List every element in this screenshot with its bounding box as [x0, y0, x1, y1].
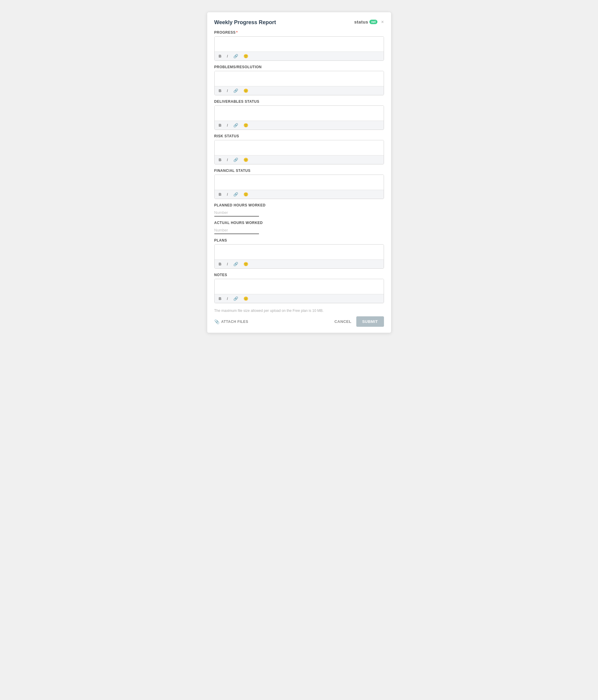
notes-italic-button[interactable]: I — [226, 296, 229, 301]
notes-input[interactable] — [215, 279, 384, 293]
deliverables-toolbar: B I 🔗 🙂 — [215, 121, 384, 130]
footer-right-actions: CANCEL SUBMIT — [334, 316, 384, 327]
progress-toolbar: B I 🔗 🙂 — [215, 52, 384, 60]
problems-editor-wrapper: B I 🔗 🙂 — [214, 71, 384, 95]
risk-label: RISK STATUS — [214, 134, 384, 138]
risk-link-button[interactable]: 🔗 — [232, 157, 239, 162]
notes-label: NOTES — [214, 273, 384, 277]
actual-hours-label: ACTUAL HOURS WORKED — [214, 221, 384, 225]
brand-badge: net — [369, 20, 378, 24]
financial-label: FINANCIAL STATUS — [214, 169, 384, 173]
problems-italic-button[interactable]: I — [226, 88, 229, 93]
attach-label: ATTACH FILES — [221, 320, 248, 324]
progress-italic-button[interactable]: I — [226, 54, 229, 59]
plans-italic-button[interactable]: I — [226, 261, 229, 267]
financial-toolbar: B I 🔗 🙂 — [215, 190, 384, 199]
footer-actions: 📎 ATTACH FILES CANCEL SUBMIT — [214, 316, 384, 327]
problems-toolbar: B I 🔗 🙂 — [215, 86, 384, 95]
risk-input[interactable] — [215, 140, 384, 154]
deliverables-editor-wrapper: B I 🔗 🙂 — [214, 105, 384, 130]
plans-section: PLANS B I 🔗 🙂 — [214, 238, 384, 269]
risk-toolbar: B I 🔗 🙂 — [215, 155, 384, 164]
risk-emoji-button[interactable]: 🙂 — [242, 157, 250, 162]
risk-section: RISK STATUS B I 🔗 🙂 — [214, 134, 384, 165]
progress-editor-wrapper: B I 🔗 🙂 — [214, 36, 384, 61]
financial-emoji-button[interactable]: 🙂 — [242, 192, 250, 197]
planned-hours-section: PLANNED HOURS WORKED — [214, 203, 384, 217]
notes-emoji-button[interactable]: 🙂 — [242, 296, 250, 301]
brand-logo: status net × — [354, 19, 384, 24]
submit-button[interactable]: SUBMIT — [356, 316, 384, 327]
notes-link-button[interactable]: 🔗 — [232, 296, 239, 301]
financial-link-button[interactable]: 🔗 — [232, 192, 239, 197]
plans-emoji-button[interactable]: 🙂 — [242, 261, 250, 267]
deliverables-link-button[interactable]: 🔗 — [232, 123, 239, 128]
actual-hours-section: ACTUAL HOURS WORKED — [214, 221, 384, 234]
deliverables-input[interactable] — [215, 106, 384, 120]
problems-bold-button[interactable]: B — [217, 88, 223, 93]
deliverables-label: DELIVERABLES STATUS — [214, 99, 384, 104]
modal-title-wrapper: Weekly Progress Report — [214, 19, 276, 26]
planned-hours-input[interactable] — [214, 209, 259, 217]
plans-label: PLANS — [214, 238, 384, 243]
financial-editor-wrapper: B I 🔗 🙂 — [214, 175, 384, 199]
problems-input[interactable] — [215, 71, 384, 85]
risk-italic-button[interactable]: I — [226, 157, 229, 162]
notes-section: NOTES B I 🔗 🙂 — [214, 273, 384, 303]
attach-files-button[interactable]: 📎 ATTACH FILES — [214, 319, 248, 324]
plans-link-button[interactable]: 🔗 — [232, 261, 239, 267]
deliverables-emoji-button[interactable]: 🙂 — [242, 123, 250, 128]
required-indicator: * — [236, 30, 238, 34]
risk-editor-wrapper: B I 🔗 🙂 — [214, 140, 384, 165]
progress-link-button[interactable]: 🔗 — [232, 54, 239, 59]
deliverables-italic-button[interactable]: I — [226, 123, 229, 128]
problems-emoji-button[interactable]: 🙂 — [242, 88, 250, 93]
progress-label: PROGRESS* — [214, 30, 384, 34]
deliverables-bold-button[interactable]: B — [217, 123, 223, 128]
planned-hours-label: PLANNED HOURS WORKED — [214, 203, 384, 207]
financial-input[interactable] — [215, 175, 384, 189]
modal-title: Weekly Progress Report — [214, 19, 276, 26]
modal-header: Weekly Progress Report status net × — [214, 19, 384, 26]
plans-input[interactable] — [215, 245, 384, 258]
notes-bold-button[interactable]: B — [217, 296, 223, 301]
plans-editor-wrapper: B I 🔗 🙂 — [214, 244, 384, 269]
progress-input[interactable] — [215, 36, 384, 50]
progress-emoji-button[interactable]: 🙂 — [242, 54, 250, 59]
close-button[interactable]: × — [381, 20, 384, 24]
problems-section: PROBLEMS/RESOLUTION B I 🔗 🙂 — [214, 65, 384, 95]
modal-container: Weekly Progress Report status net × PROG… — [207, 12, 391, 333]
financial-italic-button[interactable]: I — [226, 192, 229, 197]
progress-section: PROGRESS* B I 🔗 🙂 — [214, 30, 384, 61]
plans-bold-button[interactable]: B — [217, 261, 223, 267]
footer-info: The maximum file size allowed per upload… — [214, 308, 384, 313]
actual-hours-input-wrapper — [214, 227, 384, 234]
notes-editor-wrapper: B I 🔗 🙂 — [214, 279, 384, 303]
financial-section: FINANCIAL STATUS B I 🔗 🙂 — [214, 169, 384, 199]
paperclip-icon: 📎 — [214, 319, 220, 324]
planned-hours-input-wrapper — [214, 209, 384, 217]
notes-toolbar: B I 🔗 🙂 — [215, 294, 384, 303]
problems-label: PROBLEMS/RESOLUTION — [214, 65, 384, 69]
financial-bold-button[interactable]: B — [217, 192, 223, 197]
actual-hours-input[interactable] — [214, 227, 259, 234]
brand-text: status — [354, 19, 368, 24]
progress-bold-button[interactable]: B — [217, 54, 223, 59]
risk-bold-button[interactable]: B — [217, 157, 223, 162]
plans-toolbar: B I 🔗 🙂 — [215, 259, 384, 268]
cancel-button[interactable]: CANCEL — [334, 319, 351, 324]
deliverables-section: DELIVERABLES STATUS B I 🔗 🙂 — [214, 99, 384, 130]
problems-link-button[interactable]: 🔗 — [232, 88, 239, 93]
